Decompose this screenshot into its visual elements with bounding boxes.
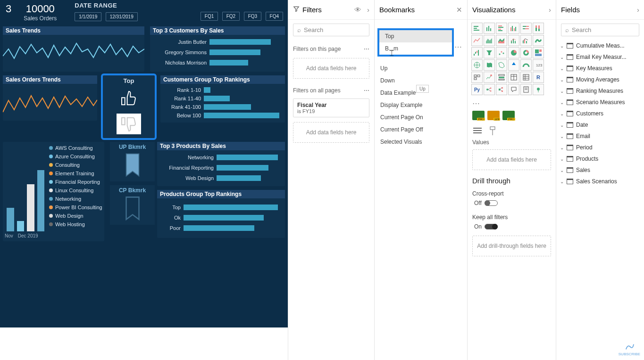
r-visual-icon[interactable]: R — [533, 72, 544, 83]
shape-map-icon[interactable] — [496, 59, 507, 71]
field-table-0[interactable]: ⌄Cumulative Meas... — [556, 40, 644, 51]
filters-page-well[interactable]: Add data fields here — [293, 58, 369, 79]
clustered-bar-icon[interactable] — [496, 23, 507, 34]
paginated-icon[interactable] — [520, 84, 532, 95]
date-end-chip[interactable]: 12/31/2019 — [106, 12, 138, 21]
stacked-column-icon[interactable] — [484, 23, 495, 34]
stacked-area-icon[interactable] — [496, 35, 507, 46]
filled-map-icon[interactable] — [484, 59, 495, 71]
arcgis-icon[interactable] — [533, 84, 544, 95]
close-icon[interactable]: ✕ — [456, 6, 462, 14]
azure-map-icon[interactable] — [508, 59, 519, 71]
cross-report-toggle[interactable]: Off — [468, 198, 556, 210]
pie-icon[interactable] — [508, 47, 519, 58]
table-icon[interactable] — [508, 72, 519, 83]
cp-bookmark-button[interactable]: CP Bkmrk — [110, 185, 155, 225]
donut-icon[interactable] — [520, 47, 532, 58]
more-icon[interactable]: ⋯ — [454, 42, 462, 51]
chevron-right-icon[interactable]: › — [637, 6, 639, 14]
sales-orders-trends-chart[interactable] — [3, 84, 97, 121]
sales-trends-chart[interactable] — [3, 35, 144, 72]
cust-rank-chart[interactable]: Rank 1-10 Rank 11-40 Rank 41-100 Below 1… — [160, 84, 285, 123]
scatter-icon[interactable] — [496, 47, 507, 58]
keep-filters-toggle[interactable]: On — [468, 221, 556, 234]
search-placeholder: Search — [304, 26, 323, 33]
matrix-icon[interactable] — [520, 72, 532, 83]
field-table-11[interactable]: ⌄Sales — [556, 164, 644, 176]
fields-tool-icon[interactable] — [472, 126, 483, 136]
stacked-column-chart[interactable]: Nov Dec 2019 — [3, 142, 44, 238]
more-icon[interactable]: ⋯ — [364, 46, 369, 52]
bookmark-item-current-page-off[interactable]: Current Page Off — [375, 123, 467, 136]
gauge-icon[interactable] — [520, 59, 532, 71]
top3-products-chart[interactable]: Networking Financial Reporting Web Desig… — [157, 150, 285, 186]
stacked-bar-icon[interactable] — [471, 23, 483, 34]
chevron-right-icon[interactable]: › — [367, 6, 369, 14]
report-canvas[interactable]: 3 10000 Sales Orders DATE RANGE 1/1/2019… — [0, 0, 288, 327]
fields-pane: Fields › ⌕ Search ⌄Cumulative Meas...⌄Em… — [556, 0, 644, 360]
chart-legend: AWS Consulting Azure Consulting Consulti… — [44, 142, 104, 238]
fields-search-input[interactable]: ⌕ Search — [561, 24, 639, 36]
bookmark-item-current-page-on[interactable]: Current Page On — [375, 111, 467, 123]
field-table-2[interactable]: ⌄Key Measures — [556, 63, 644, 74]
pro-visual-3-icon[interactable]: PRO — [502, 111, 515, 120]
fq3-chip[interactable]: FQ3 — [244, 12, 261, 21]
field-table-1[interactable]: ⌄Email Key Measur... — [556, 51, 644, 63]
multi-card-icon[interactable] — [471, 72, 483, 83]
field-table-6[interactable]: ⌄Customers — [556, 108, 644, 119]
field-table-12[interactable]: ⌄Sales Scenarios — [556, 176, 644, 187]
up-bookmark-button[interactable]: UP Bkmrk — [110, 142, 155, 181]
line-clustered-icon[interactable] — [520, 35, 532, 46]
prod-rank-chart[interactable]: Top Ok Poor — [157, 198, 285, 238]
key-influencers-icon[interactable] — [484, 84, 495, 95]
bookmark-popup-item-top[interactable]: Top ⌶ — [379, 30, 452, 42]
ribbon-chart-icon[interactable] — [533, 35, 544, 46]
top3-customers-chart[interactable]: Justin Butler Gregory Simmons Nicholas M… — [150, 35, 285, 68]
filter-card-fiscal-year[interactable]: Fiscal Year is FY19 — [293, 98, 369, 117]
funnel-icon[interactable] — [484, 47, 495, 58]
date-start-chip[interactable]: 1/1/2019 — [75, 12, 101, 21]
kpi-icon[interactable] — [484, 72, 495, 83]
bookmark-item-up[interactable]: Up — [375, 62, 467, 74]
field-table-5[interactable]: ⌄Scenario Measures — [556, 97, 644, 108]
filters-all-well[interactable]: Add data fields here — [293, 122, 369, 143]
fq4-chip[interactable]: FQ4 — [266, 12, 283, 21]
eye-icon[interactable]: 👁 — [354, 6, 361, 14]
python-visual-icon[interactable]: Py — [471, 84, 483, 95]
bookmark-item-display-example[interactable]: Display Example — [375, 99, 467, 111]
svg-line-66 — [500, 90, 502, 91]
waterfall-icon[interactable] — [471, 47, 483, 58]
pro-visual-1-icon[interactable]: PRO — [472, 111, 485, 120]
slicer-icon[interactable] — [496, 72, 507, 83]
field-table-3[interactable]: ⌄Moving Averages — [556, 74, 644, 85]
pro-visual-2-icon[interactable]: 123 — [487, 111, 500, 120]
treemap-icon[interactable] — [533, 47, 544, 58]
field-table-7[interactable]: ⌄Date — [556, 119, 644, 131]
map-icon[interactable] — [471, 59, 483, 71]
hundred-column-icon[interactable] — [533, 23, 544, 34]
clustered-column-icon[interactable] — [508, 23, 519, 34]
hundred-bar-icon[interactable] — [520, 23, 532, 34]
filters-search-input[interactable]: ⌕ Search — [293, 24, 369, 36]
bookmark-item-selected-visuals[interactable]: Selected Visuals — [375, 136, 467, 148]
fq2-chip[interactable]: FQ2 — [222, 12, 240, 21]
drill-through-well[interactable]: Add drill-through fields here — [472, 236, 551, 256]
field-table-9[interactable]: ⌄Period — [556, 142, 644, 153]
values-well[interactable]: Add data fields here — [472, 149, 551, 170]
field-table-10[interactable]: ⌄Products — [556, 153, 644, 164]
more-icon[interactable]: ⋯ — [364, 87, 369, 94]
more-visuals-icon[interactable]: ⋯ — [468, 98, 556, 109]
card-icon[interactable]: 123 — [533, 59, 544, 71]
field-table-8[interactable]: ⌄Email — [556, 131, 644, 142]
area-chart-icon[interactable] — [484, 35, 495, 46]
line-chart-icon[interactable] — [471, 35, 483, 46]
bookmark-rename-popup[interactable]: Top ⌶ B...m ⋯ — [377, 28, 454, 57]
decomposition-icon[interactable] — [496, 84, 507, 95]
fq1-chip[interactable]: FQ1 — [201, 12, 218, 21]
line-column-icon[interactable] — [508, 35, 519, 46]
qa-visual-icon[interactable] — [508, 84, 519, 95]
top-bookmark-button[interactable]: Top — [103, 75, 155, 138]
chevron-right-icon[interactable]: › — [549, 6, 551, 14]
field-table-4[interactable]: ⌄Ranking Measures — [556, 85, 644, 97]
format-tool-icon[interactable] — [487, 126, 498, 136]
